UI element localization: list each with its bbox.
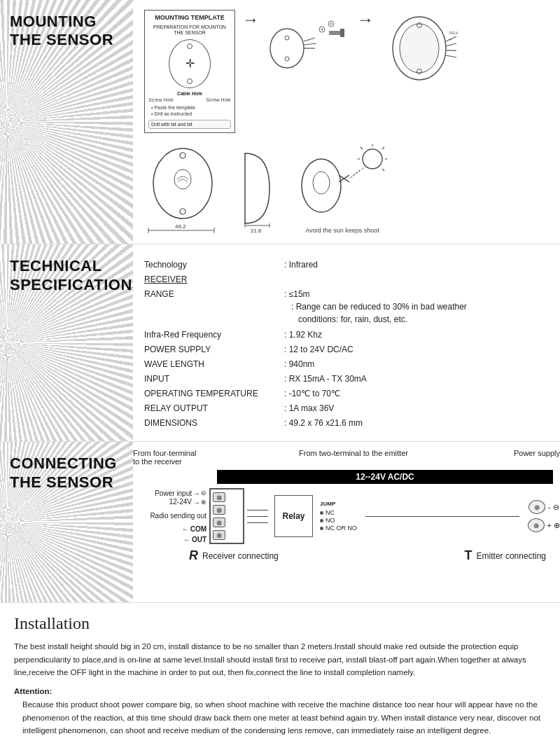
front-view-svg: 49.2 [144,143,221,234]
spec-val-dimensions: : 49.2 x 76 x21.6 mm [284,417,363,429]
spec-val-wave-length: : 940nm [284,358,314,370]
template-diagram: ✛ [148,39,231,88]
cross-mark: ✛ [186,57,195,70]
hole-top [187,43,192,49]
wire-3 [247,522,268,523]
power-neg-sym: - ⊖ [548,503,559,512]
spec-key-dimensions: DIMENSIONS [144,417,284,429]
spec-key-technology: Technology [144,258,284,271]
spec-ir-freq: Infra-Red Frequency : 1.92 Khz [144,328,549,341]
jump-dot-no [320,519,323,522]
wire-1 [247,510,268,511]
relay-box: Relay [274,495,313,537]
jump-ncorno: NC OR NO [320,525,357,532]
spec-technology: Technology : Infrared [144,258,549,271]
power-terminals: ⊗ - ⊖ ⊗ + ⊕ [528,500,560,532]
r-text: Receiver connecting [202,551,279,561]
technical-title: TECHNICALSPECIFICATIONS [10,257,133,294]
wiring-main: Power input12-24V →⊖ →⊕ Radio sending ou… [133,488,560,544]
spec-wave-length: WAVE LENGTH : 940nm [144,358,549,370]
spec-val-relay: : 1A max 36V [284,402,334,415]
t-screw-1: ⊗ [213,492,225,502]
template-bullets: •Paste the template •Drill as instructed [148,104,231,118]
sun-avoidance-svg [297,144,388,224]
svg-text:21.6: 21.6 [251,228,262,234]
svg-text:DC/AC: DC/AC [449,31,458,35]
svg-line-4 [304,43,316,45]
spec-key-ir-freq: Infra-Red Frequency [144,328,284,341]
template-foot: Drill with bit and bit [148,120,231,129]
wh-receiver: From four-terminalto the receiver [133,449,238,466]
long-wire [365,516,519,517]
jump-label: JUMP [320,501,357,507]
power-arrows: →⊖ →⊕ [193,489,206,506]
wh-emitter: From two-terminal to the emitter [238,449,469,466]
spec-key-input: INPUT [144,373,284,385]
com-label: Radio sending out [150,512,206,520]
spec-power-supply: POWER SUPPLY : 12 to 24V DC/AC [144,343,549,356]
t-screw-4: ⊗ [213,530,225,540]
side-view-svg: 21.6 [231,143,287,234]
template-title: MOUNTING TEMPLATE [148,14,231,22]
template-oval: ✛ [169,39,211,88]
sun-avoidance-wrap: Avoid the sun keeps shoot [297,144,388,234]
spec-relay: RELAY OUTPUT : 1A max 36V [144,402,549,415]
mounting-label: MOUNTINGTHE SENSOR [0,0,133,244]
installation-title: Installation [14,614,546,633]
spec-key-wave-length: WAVE LENGTH [144,358,284,370]
jump-dot-ncorno [320,527,323,530]
out-label: ← [182,525,189,533]
bullet-1: •Paste the template [151,104,231,111]
svg-rect-13 [340,29,344,37]
power-screw-neg: ⊗ [528,500,545,514]
technical-label: TECHNICALSPECIFICATIONS [0,244,133,441]
connecting-section: CONNECTINGTHE SENSOR From four-terminalt… [0,442,560,603]
power-pos-sym: + ⊕ [547,521,560,530]
attention-title: Attention: [14,687,546,695]
power-pos-row: ⊗ + ⊕ [528,518,560,532]
sensor-exploded-svg [266,10,350,87]
t-row-4: ⊗ [213,530,241,540]
svg-line-21 [446,55,456,57]
t-row-2: ⊗ [213,505,241,515]
t-letter: T [465,548,472,563]
mounting-content: MOUNTING TEMPLATE PREPARATION FOR MOUNTO… [133,0,560,244]
out-row2: ← OUT [133,536,206,543]
mounting-bottom-row: 49.2 21.6 [144,143,549,234]
svg-text:-: - [449,43,451,47]
spec-range-sub: : Range can be reduced to 30% in bad wea… [284,300,467,326]
svg-text:+: + [449,37,452,41]
spec-receiver: RECEIVER [144,273,549,286]
r-label: R Receiver connecting [189,548,279,563]
sensor-assembled-svg: DC/AC + - [381,10,458,87]
spec-range: RANGE : ≤15m : Range can be reduced to 3… [144,288,549,326]
svg-line-44 [360,147,363,149]
power-input-label: Power input12-24V [155,489,192,506]
t-row-1: ⊗ [213,492,241,502]
screw-hole-left: Screw Hole [148,97,174,102]
front-view-wrap: 49.2 [144,143,221,234]
wire-2 [247,516,268,517]
mounting-top-row: MOUNTING TEMPLATE PREPARATION FOR MOUNTO… [144,10,549,133]
template-sub: PREPARATION FOR MOUNTON THE SENSOR [148,25,231,36]
jump-label-no: NO [326,517,335,524]
power-input-row: Power input12-24V →⊖ →⊕ [133,489,206,506]
neg-arrow: →⊖ [193,489,206,497]
spec-key-op-temp: OPERATING TEMPERATURE [144,387,284,400]
wh-power: Power supply [469,449,560,466]
t-label: T Emitter connecting [465,548,546,563]
sun-avoid-caption: Avoid the sun keeps shoot [305,227,379,234]
out-text: OUT [192,536,206,543]
arrow-right-1: → [242,10,259,29]
jump-nc: NC [320,509,357,516]
com-text: COM [190,525,206,533]
bullet-2: •Drill as instructed [151,111,231,118]
connecting-label: CONNECTINGTHE SENSOR [0,442,133,602]
t-screw-2: ⊗ [213,505,225,515]
voltage-bar-wrap: 12--24V AC/DC [217,470,553,484]
jump-no: NO [320,517,357,524]
spec-op-temp: OPERATING TEMPERATURE : -10℃ to 70℃ [144,387,549,400]
mounting-title: MOUNTINGTHE SENSOR [10,13,113,50]
svg-point-25 [153,148,212,218]
spec-val-power-supply: : 12 to 24V DC/AC [284,343,354,356]
